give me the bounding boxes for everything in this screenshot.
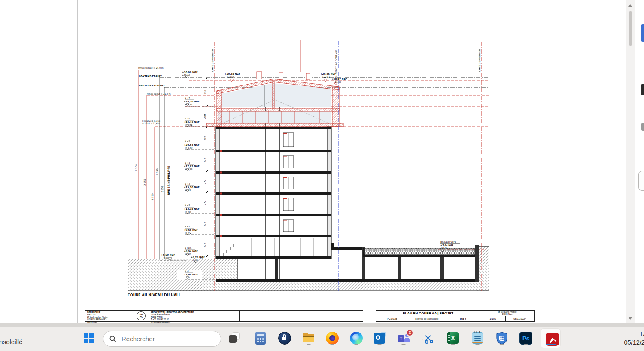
clipped-tool-fragment[interactable]: [641, 84, 644, 95]
project-address: 38 rue Saint-Philippe 06000 Nice: [480, 311, 534, 316]
clock-time: 14:3: [600, 330, 644, 339]
clipped-tool-fragment[interactable]: [638, 171, 644, 191]
level-name: N +3: [185, 183, 190, 185]
outlook-icon: [373, 331, 386, 345]
window-bottom-strip: [0, 323, 644, 327]
limite-propriete-right: LIMITE DE PROPRIETE: [478, 49, 481, 72]
clock-date: 05/12/202: [600, 339, 644, 347]
photoshop-button[interactable]: Ps: [517, 330, 535, 347]
pdf-viewer-page: N +7 +26,36 NGF +19,42 N +6 +23,46 NGF +…: [0, 0, 644, 323]
search-input[interactable]: [121, 335, 207, 343]
vertical-scrollbar[interactable]: [626, 0, 635, 323]
svg-text:+6,26 NGF: +6,26 NGF: [191, 256, 205, 259]
level-ngf: +3,99 NGF: [184, 273, 198, 276]
parking-garden-section: [331, 243, 479, 282]
svg-text:2 500: 2 500: [135, 164, 137, 171]
keepass-button[interactable]: [276, 330, 293, 347]
running-indicator: [451, 344, 455, 345]
plan-indice: ind 2: [446, 316, 480, 321]
level-name: N RDC: [185, 247, 192, 249]
svg-text:Hmax égout = 21,2 m: Hmax égout = 21,2 m: [147, 92, 171, 95]
svg-text:272: 272: [204, 158, 206, 163]
section-drawing: N +7 +26,36 NGF +19,42 N +6 +23,46 NGF +…: [77, 0, 626, 323]
start-button[interactable]: [80, 330, 97, 347]
svg-text:HAUTEUR EXISTANT: HAUTEUR EXISTANT: [139, 84, 165, 87]
clipped-tool-fragment[interactable]: [641, 24, 644, 42]
svg-text:+28,57 NGF: +28,57 NGF: [331, 78, 347, 80]
active-running-indicator: [546, 344, 556, 345]
svg-text:272: 272: [204, 222, 206, 227]
svg-text:Hmax faîtage = 25,0 m: Hmax faîtage = 25,0 m: [138, 67, 164, 70]
excel-button[interactable]: X: [444, 330, 462, 347]
edge-button[interactable]: [348, 330, 365, 347]
notepad-icon: [471, 331, 484, 345]
snipping-tool-button[interactable]: [419, 330, 437, 347]
demandeur-block: DEMANDEUR : FIAT LUX 27 boulevard de l'U…: [85, 311, 133, 321]
svg-text:+22,54: +22,54: [226, 76, 234, 78]
weather-widget[interactable]: ensoleillé: [0, 338, 23, 345]
scroll-down-arrow[interactable]: [628, 317, 632, 320]
limite-propriete-left: LIMITE DE PROPRIETE: [211, 49, 214, 72]
desktop-screen: N +7 +26,36 NGF +19,42 N +6 +23,46 NGF +…: [0, 0, 644, 351]
shield-icon: [495, 331, 509, 345]
photoshop-icon: Ps: [519, 331, 533, 345]
task-view-button[interactable]: [226, 330, 243, 347]
search-icon: [109, 336, 116, 342]
svg-text:+29,45 NGF: +29,45 NGF: [320, 73, 336, 75]
keepass-lock-icon: [278, 331, 292, 345]
scroll-up-arrow[interactable]: [628, 4, 632, 7]
svg-text:+7,64 NGF: +7,64 NGF: [440, 244, 453, 247]
level-name: N +4: [185, 162, 190, 164]
svg-text:292: 292: [204, 136, 206, 141]
scrollbar-thumb[interactable]: [629, 11, 632, 46]
svg-text:2 150: 2 150: [143, 179, 146, 186]
security-app-button[interactable]: [493, 330, 510, 347]
titleblock-left: DEMANDEUR : FIAT LUX 27 boulevard de l'U…: [85, 310, 363, 322]
svg-text:+0,70: +0,70: [440, 247, 447, 249]
espace-vert-label: Espace vert: [440, 240, 456, 244]
firefox-icon: [325, 331, 339, 345]
running-indicator: [330, 344, 334, 345]
calculator-button[interactable]: [252, 330, 269, 347]
firefox-button[interactable]: [324, 330, 341, 347]
level-name: N -1: [185, 270, 189, 272]
windows: [283, 133, 294, 232]
plan-ref: PC3.01B: [376, 316, 408, 321]
running-indicator: [401, 344, 406, 345]
running-indicator: [377, 344, 382, 345]
dimension-labels: 363 290 292 272 272 272 272 272 85 2 500…: [135, 89, 206, 259]
excel-icon: X: [446, 331, 460, 345]
acrobat-button[interactable]: [542, 330, 559, 347]
level-name: N +1: [185, 225, 190, 228]
running-indicator: [475, 344, 480, 345]
running-indicator: [500, 344, 504, 345]
svg-text:290: 290: [204, 114, 206, 119]
svg-text:+22,51: +22,51: [322, 76, 330, 78]
edge-icon: [349, 331, 363, 345]
svg-text:+6,09 NGF: +6,09 NGF: [161, 253, 175, 256]
running-indicator: [524, 344, 528, 345]
task-view-icon: [228, 331, 241, 345]
search-box[interactable]: [103, 331, 221, 347]
snipping-tool-icon: [421, 331, 435, 345]
notepad-button[interactable]: [469, 330, 486, 347]
outlook-button[interactable]: [371, 330, 388, 347]
file-explorer-button[interactable]: [300, 330, 317, 347]
level-ngf: +12,38 NGF: [184, 208, 200, 210]
svg-text:+30,00 NGF: +30,00 NGF: [182, 71, 198, 73]
level-name: N +6: [185, 117, 190, 120]
acrobat-icon: [544, 331, 558, 345]
teams-icon: T 3: [397, 331, 410, 345]
taskbar: ensoleillé: [0, 327, 644, 351]
taskbar-clock[interactable]: 14:3 05/12/202: [600, 330, 644, 347]
plan-kind: permis de construire: [408, 316, 446, 321]
chimney: [279, 73, 283, 79]
level-ngf: +6,94 NGF: [184, 250, 198, 253]
svg-text:1 780: 1 780: [151, 193, 154, 200]
servitude-label: N.B. SERVITUDE CONTINUE: [335, 50, 337, 79]
clipped-tool-fragment[interactable]: [641, 123, 644, 131]
svg-text:272: 272: [204, 201, 206, 205]
teams-button[interactable]: T 3: [395, 330, 412, 347]
architecte-block: ARCHITECTE | UPFACTOR ARCHITECTURE 36 ru…: [149, 311, 239, 321]
plan-scale: 1:100: [480, 316, 506, 321]
